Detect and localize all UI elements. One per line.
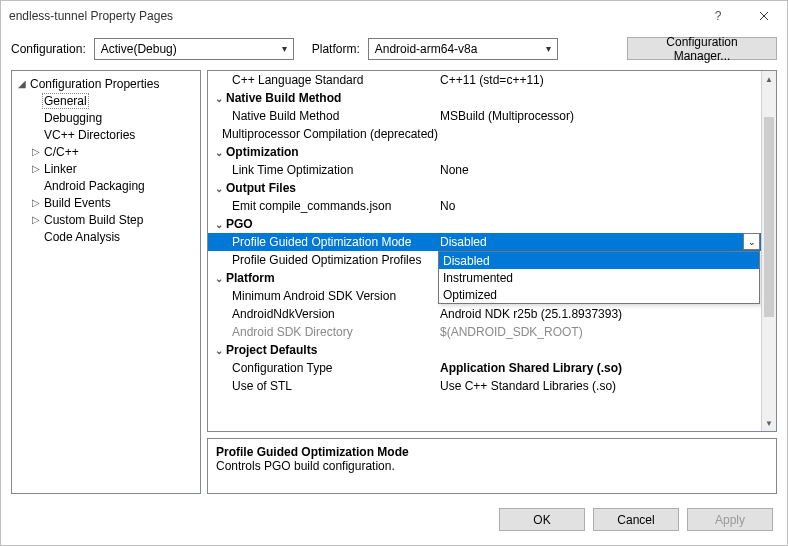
cancel-button[interactable]: Cancel	[593, 508, 679, 531]
dropdown-button[interactable]: ⌄	[743, 233, 760, 250]
collapse-icon[interactable]: ⌄	[212, 183, 226, 194]
tree-item-custom-build[interactable]: ▷Custom Build Step	[12, 211, 200, 228]
chevron-down-icon: ▾	[546, 43, 551, 54]
grid-row[interactable]: Multiprocessor Compilation (deprecated)	[208, 125, 761, 143]
property-value: C++11 (std=c++11)	[438, 73, 761, 87]
property-value: Disabled	[438, 235, 761, 249]
grid-row[interactable]: Link Time OptimizationNone	[208, 161, 761, 179]
category-label: Native Build Method	[226, 91, 341, 105]
property-name: Configuration Type	[232, 361, 333, 375]
expand-icon[interactable]: ▷	[30, 146, 42, 157]
property-grid: C++ Language StandardC++11 (std=c++11)⌄N…	[207, 70, 777, 432]
tree-item-vc-dirs[interactable]: VC++ Directories	[12, 126, 200, 143]
collapse-icon[interactable]: ⌄	[212, 219, 226, 230]
chevron-down-icon: ▾	[282, 43, 287, 54]
config-value: Active(Debug)	[101, 42, 177, 56]
tree-item-linker[interactable]: ▷Linker	[12, 160, 200, 177]
category-label: Project Defaults	[226, 343, 317, 357]
config-combo[interactable]: Active(Debug) ▾	[94, 38, 294, 60]
property-value: Use C++ Standard Libraries (.so)	[438, 379, 761, 393]
grid-category[interactable]: ⌄PGO	[208, 215, 761, 233]
property-value: $(ANDROID_SDK_ROOT)	[438, 325, 761, 339]
property-name: Multiprocessor Compilation (deprecated)	[222, 127, 438, 141]
description-box: Profile Guided Optimization Mode Control…	[207, 438, 777, 494]
tree-item-code-analysis[interactable]: Code Analysis	[12, 228, 200, 245]
grid-row[interactable]: AndroidNdkVersionAndroid NDK r25b (25.1.…	[208, 305, 761, 323]
nav-tree[interactable]: ◢ Configuration Properties General Debug…	[11, 70, 201, 494]
collapse-icon[interactable]: ◢	[16, 78, 28, 89]
collapse-icon[interactable]: ⌄	[212, 147, 226, 158]
scroll-track[interactable]	[762, 87, 776, 415]
config-label: Configuration:	[11, 42, 86, 56]
scroll-thumb[interactable]	[764, 117, 774, 317]
close-icon	[759, 11, 769, 21]
tree-item-build-events[interactable]: ▷Build Events	[12, 194, 200, 211]
expand-icon[interactable]: ▷	[30, 214, 42, 225]
apply-button[interactable]: Apply	[687, 508, 773, 531]
scroll-up-button[interactable]: ▲	[762, 71, 776, 87]
property-name: Use of STL	[232, 379, 292, 393]
dialog-footer: OK Cancel Apply	[1, 500, 787, 545]
tree-item-ccpp[interactable]: ▷C/C++	[12, 143, 200, 160]
category-label: Optimization	[226, 145, 299, 159]
titlebar: endless-tunnel Property Pages ?	[1, 1, 787, 31]
property-pages-window: endless-tunnel Property Pages ? Configur…	[0, 0, 788, 546]
property-value: Android NDK r25b (25.1.8937393)	[438, 307, 761, 321]
property-name: Profile Guided Optimization Profiles	[232, 253, 421, 267]
expand-icon[interactable]: ▷	[30, 197, 42, 208]
property-name: Minimum Android SDK Version	[232, 289, 396, 303]
config-manager-button[interactable]: Configuration Manager...	[627, 37, 777, 60]
scroll-down-button[interactable]: ▼	[762, 415, 776, 431]
property-name: C++ Language Standard	[232, 73, 363, 87]
property-name: AndroidNdkVersion	[232, 307, 335, 321]
dropdown-option[interactable]: Disabled	[439, 252, 759, 269]
tree-item-general[interactable]: General	[12, 92, 200, 109]
dropdown-option[interactable]: Instrumented	[439, 269, 759, 286]
grid-category[interactable]: ⌄Output Files	[208, 179, 761, 197]
vertical-scrollbar[interactable]: ▲ ▼	[761, 71, 776, 431]
tree-item-android-pkg[interactable]: Android Packaging	[12, 177, 200, 194]
property-value: MSBuild (Multiprocessor)	[438, 109, 761, 123]
collapse-icon[interactable]: ⌄	[212, 345, 226, 356]
property-name: Emit compile_commands.json	[232, 199, 391, 213]
platform-combo[interactable]: Android-arm64-v8a ▾	[368, 38, 558, 60]
property-value: No	[438, 199, 761, 213]
collapse-icon[interactable]: ⌄	[212, 273, 226, 284]
grid-row[interactable]: Configuration TypeApplication Shared Lib…	[208, 359, 761, 377]
collapse-icon[interactable]: ⌄	[212, 93, 226, 104]
dropdown-list[interactable]: DisabledInstrumentedOptimized	[438, 251, 760, 304]
description-title: Profile Guided Optimization Mode	[216, 445, 768, 459]
grid-category[interactable]: ⌄Project Defaults	[208, 341, 761, 359]
tree-root[interactable]: ◢ Configuration Properties	[12, 75, 200, 92]
property-name: Link Time Optimization	[232, 163, 353, 177]
config-row: Configuration: Active(Debug) ▾ Platform:…	[1, 31, 787, 66]
platform-value: Android-arm64-v8a	[375, 42, 478, 56]
property-value: Application Shared Library (.so)	[438, 361, 761, 375]
grid-category[interactable]: ⌄Optimization	[208, 143, 761, 161]
property-name: Profile Guided Optimization Mode	[232, 235, 411, 249]
close-button[interactable]	[741, 1, 787, 31]
dropdown-option[interactable]: Optimized	[439, 286, 759, 303]
expand-icon[interactable]: ▷	[30, 163, 42, 174]
grid-row[interactable]: Android SDK Directory$(ANDROID_SDK_ROOT)	[208, 323, 761, 341]
category-label: Output Files	[226, 181, 296, 195]
ok-button[interactable]: OK	[499, 508, 585, 531]
grid-row[interactable]: Profile Guided Optimization ModeDisabled…	[208, 233, 761, 251]
grid-row[interactable]: Emit compile_commands.jsonNo	[208, 197, 761, 215]
property-name: Native Build Method	[232, 109, 339, 123]
property-name: Android SDK Directory	[232, 325, 353, 339]
grid-category[interactable]: ⌄Native Build Method	[208, 89, 761, 107]
grid-row[interactable]: Native Build MethodMSBuild (Multiprocess…	[208, 107, 761, 125]
category-label: PGO	[226, 217, 253, 231]
platform-label: Platform:	[312, 42, 360, 56]
grid-row[interactable]: Use of STLUse C++ Standard Libraries (.s…	[208, 377, 761, 395]
grid-row[interactable]: C++ Language StandardC++11 (std=c++11)	[208, 71, 761, 89]
window-title: endless-tunnel Property Pages	[9, 9, 173, 23]
tree-item-debugging[interactable]: Debugging	[12, 109, 200, 126]
category-label: Platform	[226, 271, 275, 285]
description-text: Controls PGO build configuration.	[216, 459, 768, 473]
help-button[interactable]: ?	[695, 1, 741, 31]
property-value: None	[438, 163, 761, 177]
